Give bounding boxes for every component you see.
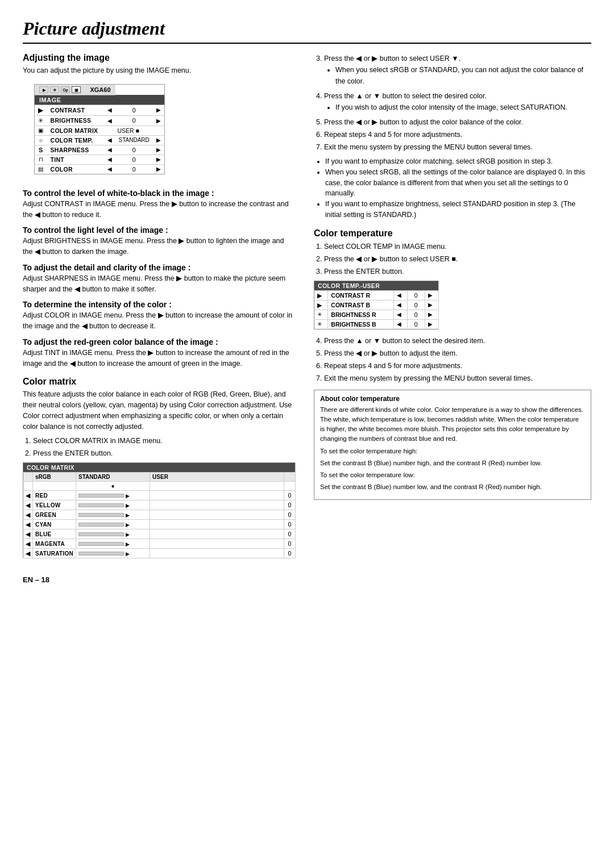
subsection-detail-clarity-heading: To adjust the detail and clarity of the … — [23, 263, 296, 272]
subsection-light-level: To control the light level of the image … — [23, 226, 296, 257]
subsection-red-green-text: Adjust TINT in IMAGE menu. Press the ▶ b… — [23, 348, 296, 369]
menu-row-contrast: ▶ CONTRAST ◀ 0 ▶ — [35, 105, 165, 115]
color-matrix-step-2: Press the ENTER button. — [33, 448, 296, 459]
about-color-temp-p4: To set the color temperature low: — [320, 470, 585, 480]
subsection-light-level-text: Adjust BRIGHTNESS in IMAGE menu. Press t… — [23, 236, 296, 257]
menu-row-color-temp: ☼ COLOR TEMP. ◀ STANDARD ▶ — [35, 135, 165, 145]
step-3: Press the ◀ or ▶ button to select USER ▼… — [324, 53, 591, 87]
ct-row-brightness-r: ✳ BRIGHTNESS R ◀ 0 ▶ — [314, 310, 439, 319]
about-color-temp-heading: About color temperature — [320, 395, 585, 403]
menu-row-sharpness: S SHARPNESS ◀ 0 ▶ — [35, 145, 165, 155]
about-color-temp-p1: There are different kinds of white color… — [320, 405, 585, 444]
ct-row-contrast-b: ▶ CONTRAST B ◀ 0 ▶ — [314, 300, 439, 310]
ct-step-2: Press the ◀ or ▶ button to select USER ■… — [324, 253, 591, 265]
step-4: Press the ▲ or ▼ button to select the de… — [324, 90, 591, 113]
ct-row-contrast-r: ▶ CONTRAST R ◀ 0 ▶ — [314, 290, 439, 300]
cm-col-dot-row: ● — [23, 482, 296, 491]
menu-row-tint: ⊓ TINT ◀ 0 ▶ — [35, 155, 165, 164]
subsection-white-black: To control the level of white-to-black i… — [23, 189, 296, 220]
xga-label: XGA60 — [90, 86, 110, 93]
ct-row-brightness-b: ✳ BRIGHTNESS B ◀ 0 ▶ — [314, 319, 439, 329]
color-matrix-step-1: Select COLOR MATRIX in IMAGE menu. — [33, 435, 296, 446]
color-temp-section: Color temperature Select COLOR TEMP in I… — [314, 228, 591, 500]
color-matrix-steps: Select COLOR MATRIX in IMAGE menu. Press… — [33, 435, 296, 459]
color-matrix-heading: Color matrix — [23, 377, 296, 387]
ct-step-4: Press the ▲ or ▼ button to select the de… — [324, 335, 591, 347]
ct-title-row: COLOR TEMP.-USER — [314, 281, 439, 290]
extra-bullet-2: When you select sRGB, all the settings o… — [325, 167, 591, 199]
subsection-red-green-heading: To adjust the red-green color balance of… — [23, 337, 296, 347]
cm-title-row: COLOR MATRIX — [23, 463, 296, 473]
cm-row-green: ◀ GREEN ▶ 0 — [23, 510, 296, 520]
cm-row-red: ◀ RED ▶ 0 — [23, 491, 296, 500]
ct-step-5: Press the ◀ or ▶ button to adjust the it… — [324, 348, 591, 359]
page-title: Picture adjustment — [23, 18, 591, 44]
image-header-row: IMAGE — [35, 95, 165, 105]
about-color-temp-p2: To set the color temperature high: — [320, 446, 585, 456]
right-column: Press the ◀ or ▶ button to select USER ▼… — [314, 53, 591, 564]
step-7: Exit the menu system by pressing the MEN… — [324, 141, 591, 153]
subsection-white-black-heading: To control the level of white-to-black i… — [23, 189, 296, 198]
subsection-color-intensity-text: Adjust COLOR in IMAGE menu. Press the ▶ … — [23, 310, 296, 332]
extra-bullet-3: If you want to emphasize brightness, sel… — [325, 199, 591, 220]
or-text-1: or — [364, 55, 370, 62]
subsection-detail-clarity-text: Adjust SHARPNESS in IMAGE menu. Press th… — [23, 273, 296, 295]
step-4-bullets: If you wish to adjust the color intensit… — [335, 102, 591, 113]
page-footer: EN – 18 — [23, 575, 591, 584]
step-6: Repeat steps 4 and 5 for more adjustment… — [324, 129, 591, 140]
cm-row-cyan: ◀ CYAN ▶ 0 — [23, 520, 296, 529]
step-3-bullet-1: When you select sRGB or STANDARD, you ca… — [335, 64, 591, 87]
color-temp-heading: Color temperature — [314, 228, 591, 239]
ct-step-7: Exit the menu system by pressing the MEN… — [324, 373, 591, 384]
step-3-bullets: When you select sRGB or STANDARD, you ca… — [335, 64, 591, 87]
menu-row-color: ▤ COLOR ◀ 0 ▶ — [35, 164, 165, 174]
subsection-detail-clarity: To adjust the detail and clarity of the … — [23, 263, 296, 295]
adjusting-image-intro: You can adjust the picture by using the … — [23, 65, 296, 76]
about-color-temp-p5: Set the contrast B (Blue) number low, an… — [320, 482, 585, 492]
or-text-2: or — [364, 255, 370, 263]
cm-row-yellow: ◀ YELLOW ▶ 0 — [23, 500, 296, 510]
step-4-bullet-1: If you wish to adjust the color intensit… — [335, 102, 591, 113]
image-menu-table: ▶ ☀ Op ▣ XGA60 IMAGE ▶ C — [34, 84, 165, 174]
cm-row-magenta: ◀ MAGENTA ▶ 0 — [23, 539, 296, 549]
ct-step-3: Press the ENTER button. — [324, 266, 591, 277]
color-temp-steps: Select COLOR TEMP in IMAGE menu. Press t… — [324, 241, 591, 277]
adjusting-image-heading: Adjusting the image — [23, 53, 296, 63]
subsection-light-level-heading: To control the light level of the image … — [23, 226, 296, 235]
color-matrix-intro: This feature adjusts the color balance i… — [23, 389, 296, 432]
step-5: Press the ◀ or ▶ button to adjust the co… — [324, 116, 591, 128]
subsection-white-black-text: Adjust CONTRAST in IMAGE menu. Press the… — [23, 199, 296, 220]
ct-step-6: Repeat steps 4 and 5 for more adjustment… — [324, 360, 591, 372]
color-temp-user-table: COLOR TEMP.-USER ▶ CONTRAST R ◀ 0 ▶ ▶ CO… — [314, 281, 439, 329]
color-temp-steps-after: Press the ▲ or ▼ button to select the de… — [324, 335, 591, 384]
color-matrix-table: COLOR MATRIX sRGB STANDARD USER ● — [23, 462, 296, 558]
menu-row-brightness: ✳ BRIGHTNESS ◀ 0 ▶ — [35, 115, 165, 126]
cm-row-saturation: ◀ SATURATION ▶ 0 — [23, 549, 296, 558]
image-menu-table-wrapper: ▶ ☀ Op ▣ XGA60 IMAGE ▶ C — [34, 84, 165, 174]
extra-bullet-1: If you want to emphasize color matching,… — [325, 156, 591, 167]
subsection-color-intensity-heading: To determine the intensity of the color … — [23, 300, 296, 309]
cm-row-blue: ◀ BLUE ▶ 0 — [23, 529, 296, 539]
color-matrix-continuing-steps: Press the ◀ or ▶ button to select USER ▼… — [324, 53, 591, 153]
cm-col-header-row: sRGB STANDARD USER — [23, 473, 296, 482]
menu-row-color-matrix: ▣ COLOR MATRIX USER ■ — [35, 126, 165, 135]
left-column: Adjusting the image You can adjust the p… — [23, 53, 296, 564]
about-color-temp-box: About color temperature There are differ… — [314, 390, 591, 500]
subsection-color-intensity: To determine the intensity of the color … — [23, 300, 296, 332]
ct-step-1: Select COLOR TEMP in IMAGE menu. — [324, 241, 591, 252]
menu-title-row: ▶ ☀ Op ▣ XGA60 — [35, 84, 165, 95]
extra-bullets: If you want to emphasize color matching,… — [325, 156, 591, 220]
subsection-red-green: To adjust the red-green color balance of… — [23, 337, 296, 369]
color-matrix-section: Color matrix This feature adjusts the co… — [23, 377, 296, 558]
about-color-temp-p3: Set the contrast B (Blue) number high, a… — [320, 458, 585, 468]
